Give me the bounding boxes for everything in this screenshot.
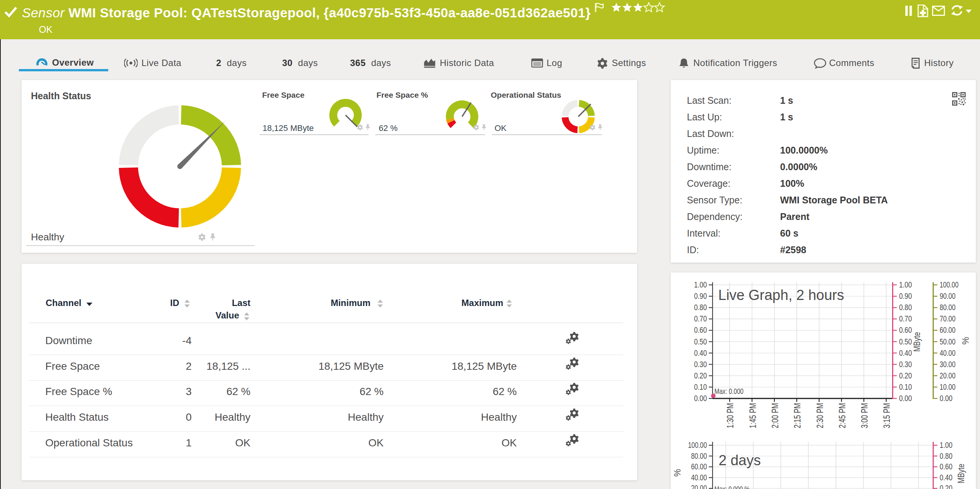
svg-text:20.00: 20.00 (691, 483, 707, 489)
svg-text:%: % (673, 469, 682, 476)
svg-text:0.40: 0.40 (940, 473, 953, 482)
svg-text:0.80: 0.80 (899, 303, 912, 312)
svg-text:0.80: 0.80 (694, 303, 707, 312)
svg-text:40.00: 40.00 (940, 348, 956, 358)
svg-text:10.00: 10.00 (940, 382, 956, 392)
svg-text:60.00: 60.00 (940, 325, 956, 334)
svg-text:0.20: 0.20 (940, 483, 953, 489)
svg-text:0.10: 0.10 (899, 382, 912, 392)
svg-text:0.40: 0.40 (899, 348, 912, 358)
svg-text:0.90: 0.90 (899, 291, 912, 301)
svg-text:0.60: 0.60 (940, 462, 953, 471)
svg-text:3:00 PM: 3:00 PM (860, 403, 869, 428)
svg-text:0.70: 0.70 (899, 314, 912, 323)
svg-text:Max: 0.000: Max: 0.000 (714, 387, 743, 395)
svg-text:0.60: 0.60 (899, 325, 912, 334)
svg-text:MByte: MByte (956, 464, 966, 483)
svg-text:90.00: 90.00 (940, 291, 956, 301)
svg-text:2:30 PM: 2:30 PM (815, 403, 825, 428)
svg-text:20.00: 20.00 (940, 371, 956, 380)
svg-text:0.60: 0.60 (694, 325, 707, 334)
svg-text:100.00: 100.00 (688, 440, 707, 450)
svg-text:70.00: 70.00 (940, 314, 956, 323)
svg-text:100.00: 100.00 (940, 280, 958, 289)
svg-text:0.70: 0.70 (694, 314, 707, 323)
svg-text:0.40: 0.40 (694, 348, 707, 358)
svg-text:0.00: 0.00 (940, 393, 953, 403)
svg-text:0.20: 0.20 (694, 371, 707, 380)
svg-text:1:45 PM: 1:45 PM (748, 403, 758, 428)
svg-text:0.50: 0.50 (694, 337, 707, 346)
svg-text:80.00: 80.00 (691, 451, 707, 461)
svg-text:0.30: 0.30 (694, 360, 707, 369)
svg-text:40.00: 40.00 (691, 473, 707, 482)
svg-text:3:15 PM: 3:15 PM (882, 403, 892, 428)
svg-text:1.00: 1.00 (899, 280, 912, 289)
svg-text:Max: 0.000 %: Max: 0.000 % (714, 484, 749, 489)
svg-text:0.00: 0.00 (694, 393, 707, 403)
svg-text:0.10: 0.10 (694, 382, 707, 392)
svg-text:1.00: 1.00 (940, 440, 953, 450)
svg-text:1:30 PM: 1:30 PM (725, 403, 735, 428)
svg-text:2:45 PM: 2:45 PM (837, 403, 847, 428)
svg-text:80.00: 80.00 (940, 303, 956, 312)
svg-text:1.00: 1.00 (694, 280, 707, 289)
svg-text:2 days: 2 days (719, 452, 761, 468)
svg-text:MByte: MByte (912, 332, 922, 352)
svg-text:0.30: 0.30 (899, 360, 912, 369)
svg-text:0.90: 0.90 (694, 291, 707, 301)
svg-text:2:15 PM: 2:15 PM (792, 403, 802, 428)
svg-text:50.00: 50.00 (940, 337, 956, 346)
svg-text:0.80: 0.80 (940, 451, 953, 461)
svg-text:30.00: 30.00 (940, 360, 956, 369)
svg-text:0.00: 0.00 (899, 393, 912, 403)
svg-text:Live Graph, 2 hours: Live Graph, 2 hours (718, 287, 844, 303)
svg-text:0.20: 0.20 (899, 371, 912, 380)
svg-text:2:00 PM: 2:00 PM (770, 403, 780, 428)
svg-text:%: % (961, 337, 970, 344)
svg-text:60.00: 60.00 (691, 462, 707, 471)
svg-text:0.50: 0.50 (899, 337, 912, 346)
